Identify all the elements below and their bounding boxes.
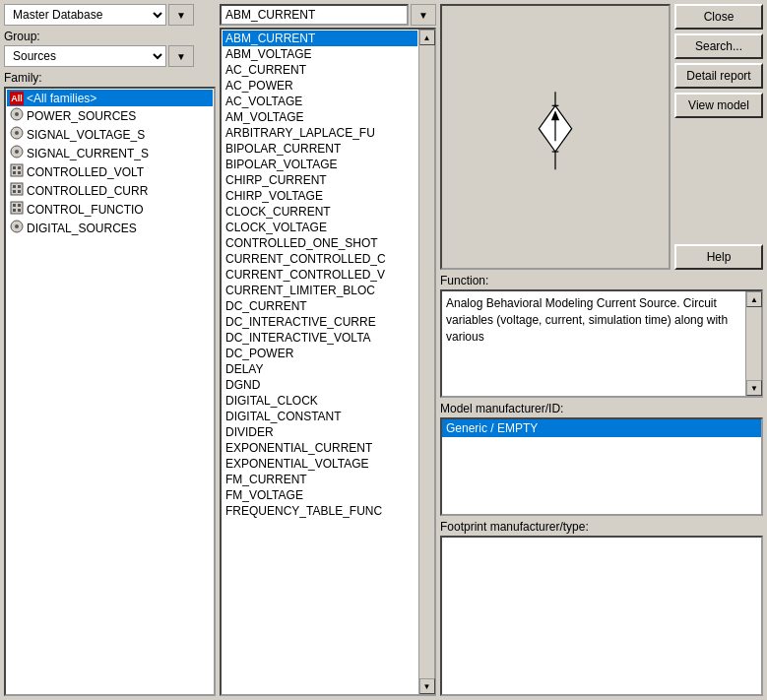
footprint-label: Footprint manufacturer/type: <box>440 520 763 534</box>
sources-dropdown: Sources ▼ <box>4 45 216 67</box>
sources-select[interactable]: Sources <box>4 45 166 67</box>
component-item[interactable]: CHIRP_VOLTAGE <box>223 188 417 204</box>
func-scroll-up[interactable]: ▲ <box>746 291 762 307</box>
svg-rect-13 <box>18 185 21 188</box>
search-button[interactable]: Search... <box>674 33 763 59</box>
component-item[interactable]: AM_VOLTAGE <box>223 109 417 125</box>
component-item[interactable]: DGND <box>223 377 417 393</box>
function-scrollbar: ▲ ▼ <box>745 291 761 396</box>
component-item[interactable]: DIVIDER <box>223 424 417 440</box>
family-icon-digital_sources <box>10 220 24 236</box>
family-item-all[interactable]: All<All families> <box>7 90 213 106</box>
family-icon-signal_current <box>10 145 24 161</box>
svg-rect-18 <box>18 204 21 207</box>
function-label: Function: <box>440 274 763 287</box>
family-item-signal_voltage[interactable]: SIGNAL_VOLTAGE_S <box>7 125 213 144</box>
component-item[interactable]: DC_INTERACTIVE_CURRE <box>223 314 417 330</box>
family-item-label-signal_voltage: SIGNAL_VOLTAGE_S <box>27 128 145 142</box>
family-icon-control_func <box>10 201 24 218</box>
buttons-column: Close Search... Detail report View model… <box>674 4 763 270</box>
component-item[interactable]: ABM_VOLTAGE <box>223 46 417 62</box>
scroll-track <box>419 45 434 678</box>
detail-report-button[interactable]: Detail report <box>674 63 763 89</box>
family-item-label-power_sources: POWER_SOURCES <box>27 109 136 123</box>
svg-point-5 <box>15 150 19 154</box>
component-item[interactable]: AC_VOLTAGE <box>223 94 417 109</box>
group-section: Group: Sources ▼ <box>4 30 216 67</box>
family-icon-all: All <box>10 91 24 105</box>
component-item[interactable]: CLOCK_CURRENT <box>223 204 417 220</box>
family-item-controlled_volt[interactable]: CONTROLLED_VOLT <box>7 162 213 181</box>
top-right: Close Search... Detail report View model… <box>440 4 763 270</box>
svg-rect-14 <box>13 190 16 193</box>
group-label: Group: <box>4 30 216 43</box>
svg-point-1 <box>15 112 19 116</box>
svg-point-22 <box>15 224 19 228</box>
function-text: Analog Behavioral Modeling Current Sourc… <box>442 291 745 396</box>
component-item[interactable]: CURRENT_LIMITER_BLOC <box>223 283 417 298</box>
family-list: All<All families>POWER_SOURCESSIGNAL_VOL… <box>4 87 216 696</box>
svg-rect-20 <box>18 209 21 212</box>
family-label: Family: <box>4 71 216 85</box>
component-item[interactable]: DC_INTERACTIVE_VOLTA <box>223 330 417 346</box>
component-item[interactable]: CHIRP_CURRENT <box>223 172 417 188</box>
svg-rect-16 <box>11 202 23 214</box>
family-item-controlled_curr[interactable]: CONTROLLED_CURR <box>7 181 213 200</box>
component-item[interactable]: CONTROLLED_ONE_SHOT <box>223 235 417 251</box>
func-scroll-down[interactable]: ▼ <box>746 380 762 396</box>
component-item[interactable]: CLOCK_VOLTAGE <box>223 220 417 235</box>
manufacturer-item[interactable]: Generic / EMPTY <box>442 419 761 437</box>
sources-filter-button[interactable]: ▼ <box>168 45 194 67</box>
manufacturer-section: Model manufacturer/ID: Generic / EMPTY <box>440 402 763 516</box>
svg-rect-15 <box>18 190 21 193</box>
component-item[interactable]: DELAY <box>223 361 417 377</box>
left-panel: Master Database ▼ Group: Sources ▼ Famil… <box>4 4 216 696</box>
component-item[interactable]: AC_CURRENT <box>223 62 417 78</box>
component-name-input[interactable] <box>220 4 409 26</box>
component-item[interactable]: EXPONENTIAL_CURRENT <box>223 440 417 456</box>
family-icon-controlled_volt <box>10 163 24 180</box>
component-item[interactable]: ARBITRARY_LAPLACE_FU <box>223 125 417 141</box>
component-item[interactable]: ABM_CURRENT <box>223 31 417 46</box>
component-item[interactable]: DIGITAL_CLOCK <box>223 393 417 409</box>
component-item[interactable]: FM_VOLTAGE <box>223 487 417 503</box>
scroll-up-arrow[interactable]: ▲ <box>419 30 435 45</box>
component-item[interactable]: CURRENT_CONTROLLED_V <box>223 267 417 283</box>
scroll-down-arrow[interactable]: ▼ <box>419 678 435 694</box>
component-item[interactable]: DIGITAL_CONSTANT <box>223 409 417 424</box>
family-item-label-signal_current: SIGNAL_CURRENT_S <box>27 147 149 160</box>
family-item-label-all: <All families> <box>27 92 96 105</box>
component-item[interactable]: DC_CURRENT <box>223 298 417 314</box>
svg-rect-6 <box>11 164 23 176</box>
family-item-control_func[interactable]: CONTROL_FUNCTIO <box>7 200 213 219</box>
preview-area <box>440 4 671 270</box>
footprint-box <box>440 536 763 696</box>
func-scroll-track <box>746 307 761 380</box>
family-item-signal_current[interactable]: SIGNAL_CURRENT_S <box>7 144 213 162</box>
component-item[interactable]: CURRENT_CONTROLLED_C <box>223 251 417 267</box>
component-item[interactable]: FM_CURRENT <box>223 472 417 487</box>
component-header: ▼ <box>220 4 436 26</box>
svg-rect-9 <box>13 171 16 174</box>
filter-button[interactable]: ▼ <box>168 4 194 26</box>
family-item-digital_sources[interactable]: DIGITAL_SOURCES <box>7 219 213 237</box>
component-item[interactable]: AC_POWER <box>223 78 417 94</box>
component-item[interactable]: BIPOLAR_CURRENT <box>223 141 417 157</box>
family-item-label-digital_sources: DIGITAL_SOURCES <box>27 222 137 235</box>
component-item[interactable]: FREQUENCY_TABLE_FUNC <box>223 503 417 519</box>
family-item-power_sources[interactable]: POWER_SOURCES <box>7 106 213 125</box>
list-scrollbar: ▲ ▼ <box>418 30 434 694</box>
database-select[interactable]: Master Database <box>4 4 166 26</box>
component-filter-button[interactable]: ▼ <box>411 4 436 26</box>
close-button[interactable]: Close <box>674 4 763 30</box>
family-section: Family: All<All families>POWER_SOURCESSI… <box>4 71 216 696</box>
component-item[interactable]: BIPOLAR_VOLTAGE <box>223 157 417 172</box>
footprint-section: Footprint manufacturer/type: <box>440 520 763 696</box>
family-item-label-controlled_curr: CONTROLLED_CURR <box>27 184 148 198</box>
component-item[interactable]: DC_POWER <box>223 346 417 361</box>
svg-rect-10 <box>18 171 21 174</box>
right-panel: Close Search... Detail report View model… <box>440 4 763 696</box>
help-button[interactable]: Help <box>674 244 763 270</box>
component-item[interactable]: EXPONENTIAL_VOLTAGE <box>223 456 417 472</box>
view-model-button[interactable]: View model <box>674 93 763 118</box>
